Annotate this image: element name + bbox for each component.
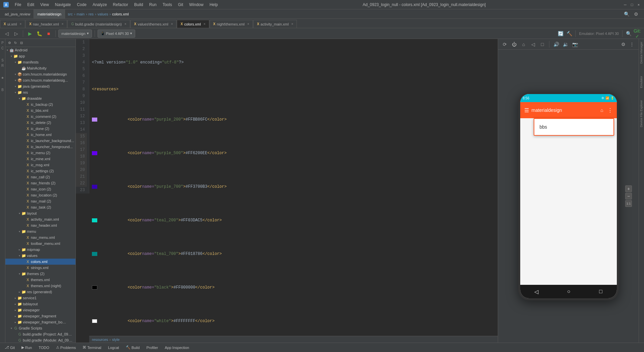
- device-more-btn[interactable]: ⋮: [628, 40, 636, 48]
- build-variants-toggle[interactable]: B: [0, 87, 5, 92]
- maximize-button[interactable]: □: [629, 2, 635, 7]
- file-tab-gradle[interactable]: G build.gradle (materialdesign) ×: [67, 20, 130, 28]
- sync-button[interactable]: 🔄: [556, 30, 565, 38]
- device-dropdown[interactable]: 📱 Pixel 4 API 30 ▾: [98, 30, 136, 38]
- tree-ic-home[interactable]: X ic_home.xml: [5, 132, 75, 138]
- file-tab-nav-header[interactable]: X nav_header.xml ×: [25, 20, 67, 28]
- tree-colors-xml[interactable]: X colors.xml: [5, 259, 75, 265]
- close-tab-nav[interactable]: ×: [62, 22, 64, 26]
- close-tab-themes[interactable]: ×: [171, 22, 173, 26]
- menu-help[interactable]: Help: [207, 2, 221, 8]
- config-dropdown[interactable]: materialdesign ▾: [58, 30, 92, 38]
- code-content[interactable]: <?xml version="1.0" encoding="utf-8"?> <…: [89, 39, 498, 343]
- menu-edit[interactable]: Edit: [24, 2, 37, 8]
- search-button[interactable]: 🔍: [625, 30, 633, 38]
- menu-navigate[interactable]: Navigate: [52, 2, 73, 8]
- todo-tool-btn[interactable]: TODO: [37, 345, 51, 350]
- tree-ic-delete[interactable]: X ic_delete (2): [5, 120, 75, 126]
- tree-drawable[interactable]: ▾ 📁 drawable: [5, 95, 75, 101]
- tree-config-btn[interactable]: ⚙: [7, 40, 12, 46]
- menu-tools[interactable]: Tools: [160, 2, 175, 8]
- resource-panel-toggle[interactable]: R: [0, 63, 5, 68]
- tree-mipmap[interactable]: ▸ 📁 mipmap: [5, 247, 75, 253]
- device-home-btn[interactable]: ⌂: [520, 40, 528, 48]
- tree-values[interactable]: ▾ 📁 values: [5, 253, 75, 259]
- device-file-explorer-tab[interactable]: Device File Explorer: [639, 97, 644, 130]
- file-tab-activity[interactable]: X activity_main.xml ×: [253, 20, 297, 28]
- menu-analyze[interactable]: Analyze: [90, 2, 110, 8]
- tree-nav-icon[interactable]: X nav_icon (2): [5, 186, 75, 192]
- emulator-tab[interactable]: Emulator: [639, 73, 644, 91]
- zoom-in-button[interactable]: +: [625, 185, 632, 192]
- app-inspection-tool-btn[interactable]: App Inspection: [163, 345, 191, 350]
- forward-button[interactable]: ▷: [12, 30, 20, 38]
- profiler-tool-btn[interactable]: Profiler: [144, 345, 160, 350]
- menu-refactor[interactable]: Refactor: [110, 2, 131, 8]
- device-manager-tab[interactable]: Device Manager: [639, 39, 644, 67]
- breadcrumb-values[interactable]: values: [98, 12, 108, 16]
- tree-viewpager-frag-bottom[interactable]: ▸ 📁 viewpager_fragment_bottomna...: [5, 319, 75, 325]
- tree-layout[interactable]: ▾ 📁 layout: [5, 210, 75, 216]
- tree-ic-backup[interactable]: X ic_backup (2): [5, 101, 75, 107]
- tree-nav-location[interactable]: X nav_location (2): [5, 192, 75, 198]
- project-tab-material[interactable]: materialdesign: [34, 9, 65, 18]
- tree-themes-xml[interactable]: X themes.xml: [5, 277, 75, 283]
- device-screenshot-btn[interactable]: 📷: [571, 40, 579, 48]
- close-tab-activity[interactable]: ×: [291, 22, 293, 26]
- device-rotate-btn[interactable]: ⟳: [501, 40, 509, 48]
- tree-toolbar-menu[interactable]: X toolbar_menu.xml: [5, 240, 75, 247]
- git-tool-btn[interactable]: ⎇ Git: [3, 345, 17, 350]
- close-tab-gradle[interactable]: ×: [124, 22, 126, 26]
- debug-button[interactable]: 🐛: [35, 30, 43, 38]
- code-editor[interactable]: 1 2 3 4 5 6 7 8 9 10 11 12 13 14 15 16 1…: [76, 39, 498, 343]
- file-tab-colors[interactable]: X colors.xml ×: [177, 20, 209, 28]
- menu-build[interactable]: Build: [131, 2, 146, 8]
- tree-ic-bbs[interactable]: X ic_bbs.xml: [5, 107, 75, 114]
- tree-themes-night[interactable]: X themes.xml (night): [5, 283, 75, 289]
- device-volume-up-btn[interactable]: 🔊: [552, 40, 560, 48]
- tree-nav-header[interactable]: X nav_header.xml: [5, 222, 75, 228]
- device-volume-down-btn[interactable]: 🔉: [561, 40, 570, 48]
- close-tab-ui[interactable]: ×: [19, 22, 21, 26]
- menu-git[interactable]: Git: [175, 2, 186, 8]
- menu-window[interactable]: Window: [186, 2, 206, 8]
- project-panel-toggle[interactable]: P: [0, 40, 5, 45]
- favorites-panel-toggle[interactable]: ★: [0, 75, 5, 80]
- back-button[interactable]: ◁: [3, 30, 11, 38]
- settings-button[interactable]: ⚙: [632, 10, 640, 18]
- tree-ic-settings[interactable]: X ic_settings (2): [5, 168, 75, 174]
- device-power-btn[interactable]: ⏻: [510, 40, 518, 48]
- zoom-reset-button[interactable]: 1:1: [625, 200, 632, 207]
- tree-themes-folder[interactable]: ▾ 📁 themes (2): [5, 271, 75, 277]
- tree-build-gradle-mod[interactable]: G build.gradle (Module: Ad_0923...: [5, 337, 75, 343]
- build-tool-btn[interactable]: 🔨 Build: [124, 345, 142, 350]
- tree-ic-done[interactable]: X ic_done (2): [5, 126, 75, 132]
- tree-ic-comment[interactable]: X ic_comment (2): [5, 114, 75, 120]
- tree-res[interactable]: ▾ 📁 res: [5, 89, 75, 95]
- menu-view[interactable]: View: [38, 2, 52, 8]
- breadcrumb-res[interactable]: res: [89, 12, 94, 16]
- run-button[interactable]: ▶: [26, 30, 34, 38]
- tree-nav-call[interactable]: X nav_call (2): [5, 174, 75, 180]
- tree-ic-launcher-bg[interactable]: X ic_launcher_background...: [5, 138, 75, 144]
- tree-item-android[interactable]: ▾ 🤖 Android: [5, 47, 75, 53]
- tree-ic-mine[interactable]: X ic_mine.xml: [5, 156, 75, 162]
- tree-collapse-btn[interactable]: ⊟: [19, 40, 24, 46]
- terminal-tool-btn[interactable]: ⌘ Terminal: [80, 345, 103, 350]
- tree-mainactivity[interactable]: ☕ MainAcitvity: [5, 65, 75, 71]
- tree-com1[interactable]: ▾ 📦 com.hnucm.materialdesign: [5, 71, 75, 77]
- zoom-out-button[interactable]: −: [625, 193, 632, 200]
- device-overview-btn[interactable]: □: [538, 40, 546, 48]
- breadcrumb-src[interactable]: src: [68, 12, 73, 16]
- tree-com2[interactable]: ▾ 📦 com.hnucm.materialdesig...: [5, 77, 75, 83]
- close-tab-colors[interactable]: ×: [204, 22, 206, 26]
- tree-ic-msg[interactable]: X ic_msg.xml: [5, 162, 75, 168]
- tree-activity-main[interactable]: X activity_main.xml: [5, 216, 75, 222]
- tree-nav-mail[interactable]: X nav_mail (2): [5, 198, 75, 204]
- tree-java-gen[interactable]: ▾ 📁 java (generated): [5, 83, 75, 89]
- tree-manifests[interactable]: ▾ 📁 manifests: [5, 59, 75, 65]
- tree-sync-btn[interactable]: ↻: [13, 40, 18, 46]
- search-everywhere-button[interactable]: 🔍: [623, 10, 631, 18]
- tree-viewpager[interactable]: ▸ 📁 viewpager: [5, 307, 75, 313]
- tree-viewpager-frag[interactable]: ▸ 📁 viewpager_fragment: [5, 313, 75, 319]
